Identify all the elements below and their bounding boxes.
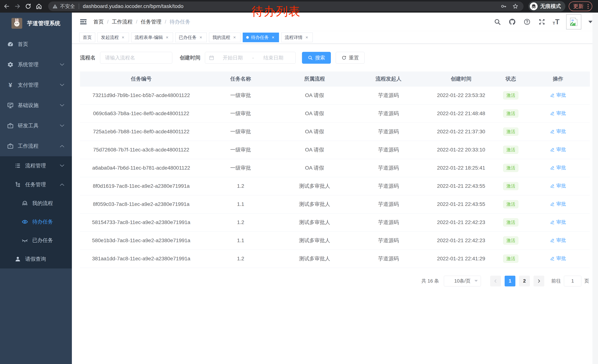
tag-process-detail[interactable]: 流程详情: [281, 32, 313, 42]
sidebar-item-label: 首页: [18, 41, 28, 48]
help-doc-button[interactable]: [523, 18, 531, 26]
todo-task-table: 任务编号 任务名称 所属流程 流程发起人 创建时间 状态 操作 73211d9d…: [80, 72, 590, 268]
github-link-button[interactable]: [508, 18, 516, 26]
cell-process: 测试多审批人: [279, 213, 350, 231]
cell-starter: 芋道源码: [350, 231, 427, 250]
goto-suffix: 页: [584, 278, 589, 284]
tag-start-process[interactable]: 发起流程: [98, 32, 129, 42]
font-size-button[interactable]: TT: [553, 18, 559, 25]
browser-menu-icon[interactable]: [587, 3, 589, 9]
close-icon[interactable]: [304, 35, 309, 40]
sidebar-item-todo-tasks[interactable]: 待办任务: [0, 212, 72, 231]
browser-forward-button[interactable]: [13, 2, 22, 10]
sidebar-item-system[interactable]: 系统管理: [0, 54, 72, 75]
tag-process-form-edit[interactable]: 流程表单-编辑: [131, 32, 173, 42]
cell-task-id: 8f0d1619-7ac8-11ec-a9e2-a2380e71991a: [80, 177, 202, 195]
sidebar-item-done-tasks[interactable]: 已办任务: [0, 231, 72, 250]
update-button[interactable]: 更新: [569, 1, 592, 11]
sidebar-item-devtools[interactable]: 研发工具: [0, 115, 72, 136]
sidebar-item-label: 请假查询: [25, 256, 46, 263]
approve-button[interactable]: 审批: [550, 92, 566, 98]
sidebar-item-my-process[interactable]: 我的流程: [0, 194, 72, 212]
approve-button[interactable]: 审批: [550, 237, 566, 243]
tag-home[interactable]: 首页: [79, 32, 95, 42]
process-name-input[interactable]: [100, 52, 172, 64]
cell-starter: 芋道源码: [350, 122, 427, 141]
sidebar-item-leave-query[interactable]: 请假查询: [0, 250, 72, 268]
sidebar-logo-row[interactable]: 芋道管理系统: [0, 13, 72, 34]
approve-label: 审批: [556, 146, 566, 153]
sidebar-item-workflow[interactable]: 工作流程: [0, 136, 72, 156]
browser-scrollbar-track[interactable]: [592, 13, 598, 364]
saved-password-key-icon[interactable]: [499, 2, 507, 10]
approve-button[interactable]: 审批: [550, 110, 566, 116]
approve-label: 审批: [556, 255, 566, 262]
table-row: 8f0d1619-7ac8-11ec-a9e2-a2380e71991a 1.2…: [80, 177, 590, 195]
bookmark-star-icon[interactable]: [511, 2, 519, 10]
sidebar-collapse-button[interactable]: [79, 18, 87, 26]
header-search-button[interactable]: [493, 18, 501, 26]
approve-button[interactable]: 审批: [550, 128, 566, 135]
tag-my-process[interactable]: 我的流程: [209, 32, 241, 42]
cell-task-id: 725a1eb6-7b88-11ec-8ef0-acde48001122: [80, 122, 202, 141]
page-button-1[interactable]: 1: [505, 276, 515, 286]
prev-page-button[interactable]: [490, 276, 501, 286]
approve-button[interactable]: 审批: [550, 146, 566, 153]
browser-back-button[interactable]: [3, 2, 11, 10]
tag-todo-tasks[interactable]: 待办任务: [243, 32, 279, 42]
approve-button[interactable]: 审批: [550, 164, 566, 171]
cell-task-name: 一级审批: [202, 105, 279, 122]
table-row: 8f059c03-7ac8-11ec-a9e2-a2380e71991a 1.1…: [80, 195, 590, 213]
breadcrumb-home[interactable]: 首页: [93, 18, 112, 25]
close-icon[interactable]: [165, 35, 169, 40]
avatar-dropdown-caret-icon[interactable]: [588, 21, 592, 23]
next-page-button[interactable]: [533, 276, 544, 286]
edit-pen-icon: [550, 129, 555, 134]
sidebar-item-payment[interactable]: ¥ 支付管理: [0, 75, 72, 95]
sidebar-item-label: 系统管理: [18, 61, 39, 68]
approve-button[interactable]: 审批: [550, 255, 566, 262]
date-range-picker[interactable]: 开始日期 - 结束日期: [205, 52, 296, 64]
cell-task-name: 1.2: [202, 213, 279, 231]
tag-label: 首页: [83, 34, 92, 40]
monitor-icon: [7, 102, 14, 109]
sidebar-item-home[interactable]: 首页: [0, 34, 72, 54]
close-icon[interactable]: [199, 35, 203, 40]
page-size-select[interactable]: 10条/页: [444, 276, 481, 286]
page-button-2[interactable]: 2: [519, 276, 530, 286]
approve-button[interactable]: 审批: [550, 201, 566, 207]
approve-button[interactable]: 审批: [550, 219, 566, 225]
page-size-value: 10条/页: [454, 278, 471, 284]
close-icon[interactable]: [232, 35, 237, 40]
approve-label: 审批: [556, 183, 566, 189]
cell-starter: 芋道源码: [350, 105, 427, 122]
sidebar-item-label: 工作流程: [18, 143, 39, 150]
approve-button[interactable]: 审批: [550, 183, 566, 189]
search-icon: [308, 55, 313, 60]
table-row: 75d72608-7b7f-11ec-a3c8-acde48001122 一级审…: [80, 141, 590, 159]
browser-home-button[interactable]: [35, 2, 43, 10]
status-badge: 激活: [503, 200, 518, 208]
breadcrumb-workflow[interactable]: 工作流程: [112, 18, 141, 25]
cell-created: 2022-01-21 22:42:23: [427, 231, 496, 250]
tag-done-tasks[interactable]: 已办任务: [175, 32, 207, 42]
breadcrumb: 首页 工作流程 任务管理 待办任务: [93, 18, 190, 25]
browser-reload-button[interactable]: [24, 2, 32, 10]
reset-button[interactable]: 重置: [336, 52, 365, 64]
breadcrumb-task-management[interactable]: 任务管理: [141, 18, 170, 25]
goto-page-input[interactable]: [564, 276, 581, 286]
sidebar-item-infrastructure[interactable]: 基础设施: [0, 95, 72, 115]
sidebar-item-process-management[interactable]: 流程管理: [0, 156, 72, 175]
avatar[interactable]: [566, 14, 581, 29]
yen-icon: ¥: [7, 82, 14, 88]
search-button[interactable]: 搜索: [302, 52, 331, 64]
close-icon[interactable]: [271, 35, 275, 40]
arrow-left-icon: [4, 3, 10, 9]
fullscreen-button[interactable]: [538, 18, 546, 26]
briefcase-icon: [7, 122, 14, 129]
sidebar-item-task-management[interactable]: 任务管理: [0, 175, 72, 194]
address-bar[interactable]: 不安全 dashboard.yudao.iocoder.cn/bpm/task/…: [48, 1, 523, 11]
close-icon[interactable]: [121, 35, 125, 40]
cell-task-name: 一级审批: [202, 159, 279, 177]
cell-task-name: 一级审批: [202, 86, 279, 105]
